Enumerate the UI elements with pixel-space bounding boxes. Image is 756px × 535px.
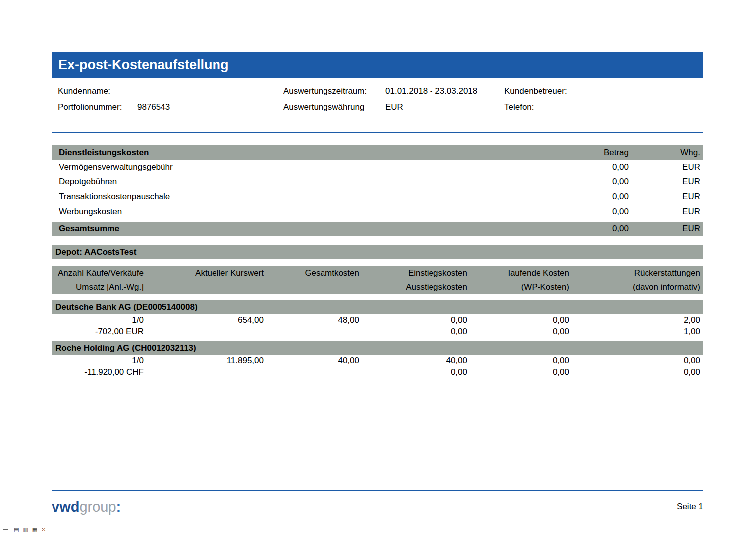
cost-label: Depotgebühren: [52, 175, 557, 189]
position-value: 2,00: [571, 314, 703, 326]
position-value: [146, 366, 266, 378]
gripper-icon[interactable]: [3, 529, 8, 530]
auswertungswaehrung-value: EUR: [385, 102, 403, 112]
position-group-header: Deutsche Bank AG (DE0005140008): [52, 300, 703, 314]
position-value: 40,00: [266, 355, 361, 366]
cost-label: Werbungskosten: [52, 204, 557, 219]
application-window: Ex-post-Kostenaufstellung Kundenname: Au…: [0, 0, 756, 535]
position-value: 11.895,00: [146, 355, 266, 366]
cost-amount: 0,00: [557, 204, 629, 219]
cost-currency: EUR: [629, 189, 703, 204]
col-header: Anzahl Käufe/Verkäufe: [52, 266, 146, 280]
page-view-icon[interactable]: ▤: [14, 527, 19, 532]
col-header: Gesamtkosten: [266, 266, 361, 280]
position-value: 1,00: [571, 326, 703, 337]
col-header: (WP-Kosten): [469, 280, 571, 294]
report-meta: Kundenname: Auswertungszeitraum: 01.01.2…: [52, 78, 703, 133]
position-value: 1/0: [52, 314, 146, 326]
position-group-rows: 1/0 11.895,00 40,00 40,00 0,00 0,00 -11.…: [52, 355, 703, 378]
depot-column-header-line1: Anzahl Käufe/Verkäufe Aktueller Kurswert…: [52, 266, 703, 280]
position-value: 40,00: [361, 355, 469, 366]
vwd-group-logo: vwdgroup:: [52, 499, 121, 515]
document-page: Ex-post-Kostenaufstellung Kundenname: Au…: [0, 0, 756, 524]
col-header: (davon informativ): [571, 280, 703, 294]
service-cost-row: Werbungskosten 0,00 EUR: [52, 204, 703, 219]
position-value: 0,00: [361, 314, 469, 326]
report-title-bar: Ex-post-Kostenaufstellung: [52, 52, 703, 78]
cost-amount: 0,00: [557, 160, 629, 175]
cost-label: Transaktionskostenpauschale: [52, 189, 557, 204]
whg-column-header: Whg.: [629, 145, 703, 160]
position-value: [266, 366, 361, 378]
position-value: [146, 326, 266, 337]
grid-view-icon[interactable]: ▦: [32, 527, 37, 532]
report-title: Ex-post-Kostenaufstellung: [58, 58, 229, 73]
col-header: Einstiegskosten: [361, 266, 469, 280]
position-value: 0,00: [469, 314, 571, 326]
position-value: 0,00: [571, 366, 703, 378]
col-header: [266, 280, 361, 294]
position-row: -11.920,00 CHF 0,00 0,00 0,00: [52, 366, 703, 378]
reading-view-icon[interactable]: ▥: [23, 527, 28, 532]
position-value: 0,00: [469, 355, 571, 366]
cost-amount: 0,00: [557, 175, 629, 189]
total-label: Gesamtsumme: [52, 222, 557, 236]
total-amount: 0,00: [557, 222, 629, 236]
page-number: Seite 1: [677, 502, 703, 512]
kundenname-label: Kundenname:: [58, 86, 110, 96]
position-value: 0,00: [571, 355, 703, 366]
depot-header: Depot: AACostsTest: [52, 245, 703, 259]
depot-column-headers: Anzahl Käufe/Verkäufe Aktueller Kurswert…: [52, 266, 703, 294]
position-value: 48,00: [266, 314, 361, 326]
position-value: 0,00: [469, 366, 571, 378]
cost-amount: 0,00: [557, 189, 629, 204]
telefon-label: Telefon:: [504, 102, 534, 112]
betrag-column-header: Betrag: [557, 145, 629, 160]
portfolionummer-value: 9876543: [137, 102, 170, 112]
position-value: 0,00: [361, 366, 469, 378]
position-value: 0,00: [361, 326, 469, 337]
auswertungszeitraum-value: 01.01.2018 - 23.03.2018: [385, 86, 477, 96]
service-cost-row: Depotgebühren 0,00 EUR: [52, 175, 703, 189]
logo-group-text: group: [79, 499, 116, 515]
position-row: 1/0 654,00 48,00 0,00 0,00 2,00: [52, 314, 703, 326]
position-value: 654,00: [146, 314, 266, 326]
position-row: -702,00 EUR 0,00 0,00 1,00: [52, 326, 703, 337]
position-value: 0,00: [469, 326, 571, 337]
position-group-rows: 1/0 654,00 48,00 0,00 0,00 2,00 -702,00 …: [52, 314, 703, 337]
total-currency: EUR: [629, 222, 703, 236]
position-value: 1/0: [52, 355, 146, 366]
col-header: Umsatz [Anl.-Wg.]: [52, 280, 146, 294]
service-costs-header-row: Dienstleistungskosten Betrag Whg.: [52, 145, 703, 160]
logo-colon: :: [116, 499, 121, 515]
cost-currency: EUR: [629, 175, 703, 189]
cost-currency: EUR: [629, 160, 703, 175]
portfolionummer-label: Portfolionummer:: [58, 102, 122, 112]
position-value: -11.920,00 CHF: [52, 366, 146, 378]
col-header: Rückerstattungen: [571, 266, 703, 280]
service-cost-row: Vermögensverwaltungsgebühr 0,00 EUR: [52, 160, 703, 175]
position-group-header: Roche Holding AG (CH0012032113): [52, 341, 703, 355]
report-body: Dienstleistungskosten Betrag Whg. Vermög…: [52, 145, 703, 378]
position-row: 1/0 11.895,00 40,00 40,00 0,00 0,00: [52, 355, 703, 366]
depot-column-header-line2: Umsatz [Anl.-Wg.] Ausstiegskosten (WP-Ko…: [52, 280, 703, 294]
position-value: -702,00 EUR: [52, 326, 146, 337]
page-footer: vwdgroup: Seite 1: [52, 490, 703, 519]
service-cost-row: Transaktionskostenpauschale 0,00 EUR: [52, 189, 703, 204]
status-bar: ▤ ▥ ▦ ⁙: [0, 524, 756, 535]
auswertungswaehrung-label: Auswertungswährung: [283, 102, 364, 112]
kundenbetreuer-label: Kundenbetreuer:: [504, 86, 567, 96]
col-header: Aktueller Kurswert: [146, 266, 266, 280]
service-costs-title: Dienstleistungskosten: [52, 145, 557, 160]
cost-currency: EUR: [629, 204, 703, 219]
dots-view-icon[interactable]: ⁙: [41, 527, 46, 532]
position-value: [266, 326, 361, 337]
col-header: Ausstiegskosten: [361, 280, 469, 294]
cost-label: Vermögensverwaltungsgebühr: [52, 160, 557, 175]
service-costs-table: Dienstleistungskosten Betrag Whg. Vermög…: [52, 145, 703, 236]
auswertungszeitraum-label: Auswertungszeitraum:: [283, 86, 367, 96]
service-costs-total-row: Gesamtsumme 0,00 EUR: [52, 222, 703, 236]
logo-vwd-text: vwd: [52, 499, 79, 515]
col-header: laufende Kosten: [469, 266, 571, 280]
col-header: [146, 280, 266, 294]
